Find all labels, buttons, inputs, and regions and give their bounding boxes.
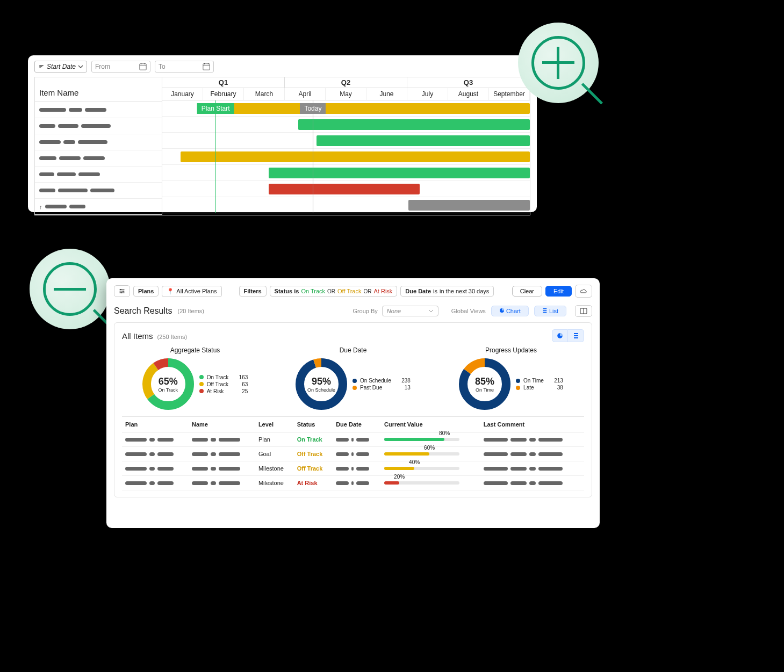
cell-status: Off Track [294, 447, 333, 461]
all-items-card: All Items (250 Items) Aggregate Status 6… [114, 322, 592, 497]
list-view-button[interactable]: List [534, 306, 566, 316]
svg-rect-4 [203, 64, 210, 70]
month-cell: September [489, 88, 530, 100]
legend-label: Off Track [207, 381, 228, 387]
all-items-title: All Items [122, 331, 153, 341]
donut-label: On Time [476, 387, 494, 393]
card-chart-view[interactable] [552, 329, 568, 342]
legend-item: Off Track 63 [199, 381, 248, 387]
cell-due [333, 476, 381, 490]
sort-label: Start Date [47, 63, 76, 70]
chart-block: Aggregate Status 65% On Track On Track 1… [122, 346, 268, 410]
to-date-input[interactable]: To [155, 61, 214, 73]
search-results-title: Search Results [114, 306, 172, 316]
progress-bar: 60% [384, 452, 459, 456]
table-col-header[interactable]: Last Comment [480, 417, 584, 432]
cloud-sync-button[interactable] [575, 285, 592, 298]
table-row[interactable]: Milestone Off Track 40% [122, 461, 584, 476]
bar-row [162, 165, 530, 181]
legend-dot [199, 382, 204, 386]
gantt-bar[interactable] [269, 184, 419, 194]
settings-icon [119, 288, 125, 294]
results-header: Search Results (20 Items) Group By None … [114, 305, 592, 317]
gantt-bar[interactable] [215, 103, 530, 114]
status-val-atrisk: At Risk [373, 288, 392, 294]
gantt-bar[interactable] [408, 200, 530, 211]
groupby-select[interactable]: None [382, 306, 438, 316]
filters-label: Filters [239, 286, 267, 297]
gantt-bar[interactable] [181, 151, 530, 162]
layout-icon [580, 308, 587, 314]
magnifier-icon [531, 36, 585, 90]
pin-icon: 📍 [167, 288, 174, 295]
donut-label: On Track [158, 387, 178, 393]
status-filter-chip[interactable]: Status is On Track OR Off Track OR At Ri… [270, 286, 398, 297]
cell-name [189, 447, 255, 461]
gantt-bar[interactable] [317, 135, 530, 146]
legend-dot [353, 379, 357, 383]
legend-item: On Schedule 238 [353, 378, 411, 384]
donut-chart: 95% On Schedule [296, 358, 347, 410]
donut-chart: 85% On Time [459, 358, 510, 410]
gantt-bars: Plan Start Today [162, 100, 530, 213]
clear-button[interactable]: Clear [512, 286, 542, 297]
plan-scope-chip[interactable]: 📍 All Active Plans [162, 286, 221, 297]
item-row[interactable]: ↑ [35, 199, 162, 215]
card-list-view[interactable] [568, 329, 584, 342]
gantt-bar[interactable] [269, 168, 530, 178]
list-icon [573, 333, 579, 339]
chart-block: Due Date 95% On Schedule On Schedule 238… [280, 346, 426, 410]
table-col-header[interactable]: Plan [122, 417, 189, 432]
chart-legend: On Track 163 Off Track 63 At Risk 25 [199, 373, 248, 395]
due-date-filter-chip[interactable]: Due Date is in the next 30 days [400, 286, 494, 297]
table-col-header[interactable]: Name [189, 417, 255, 432]
layout-toggle-button[interactable] [575, 305, 592, 317]
quarter-row: Q1 Q2 Q3 [162, 77, 530, 88]
legend-dot [353, 386, 357, 390]
month-cell: August [448, 88, 489, 100]
table-col-header[interactable]: Current Value [381, 417, 480, 432]
table-col-header[interactable]: Due Date [333, 417, 381, 432]
pie-icon [499, 308, 505, 313]
gantt-bar[interactable] [298, 119, 530, 130]
plan-start-line [215, 100, 216, 213]
due-date-value: in the next 30 days [440, 288, 489, 294]
month-cell: May [326, 88, 366, 100]
donut-chart: 65% On Track [142, 358, 194, 410]
chart-view-button[interactable]: Chart [491, 306, 529, 316]
item-row[interactable] [35, 183, 162, 199]
item-row[interactable] [35, 134, 162, 150]
legend-item: Past Due 13 [353, 385, 411, 391]
legend-value: 13 [394, 385, 411, 391]
month-cell: February [203, 88, 244, 100]
item-row[interactable] [35, 167, 162, 183]
cell-status: At Risk [294, 476, 333, 490]
table-col-header[interactable]: Status [294, 417, 333, 432]
gantt-panel: Start Date From To Item Name ↑ Q1 Q2 [28, 55, 537, 212]
table-row[interactable]: Plan On Track 80% [122, 432, 584, 447]
gantt-body: Item Name ↑ Q1 Q2 Q3 January February Ma… [34, 77, 530, 215]
table-row[interactable]: Milestone At Risk 20% [122, 476, 584, 490]
legend-item: At Risk 25 [199, 388, 248, 394]
legend-value: 238 [394, 378, 411, 384]
table-row[interactable]: Goal Off Track 60% [122, 447, 584, 461]
from-date-input[interactable]: From [91, 61, 150, 73]
chart-title: Progress Updates [438, 346, 584, 354]
progress-bar: 20% [384, 481, 459, 485]
item-row[interactable] [35, 118, 162, 134]
table-col-header[interactable]: Level [255, 417, 294, 432]
item-row[interactable] [35, 102, 162, 118]
chart-legend: On Schedule 238 Past Due 13 [353, 377, 411, 392]
svg-point-8 [120, 289, 121, 290]
sort-select[interactable]: Start Date [34, 61, 87, 73]
filter-settings-button[interactable] [114, 285, 130, 297]
due-date-prefix: Due Date [405, 288, 431, 294]
due-date-is: is [433, 288, 437, 294]
charts-row: Aggregate Status 65% On Track On Track 1… [122, 346, 584, 410]
cell-due [333, 447, 381, 461]
month-cell: July [407, 88, 448, 100]
item-row[interactable] [35, 150, 162, 167]
cell-status: Off Track [294, 461, 333, 476]
edit-button[interactable]: Edit [545, 286, 572, 297]
legend-value: 213 [547, 378, 563, 384]
